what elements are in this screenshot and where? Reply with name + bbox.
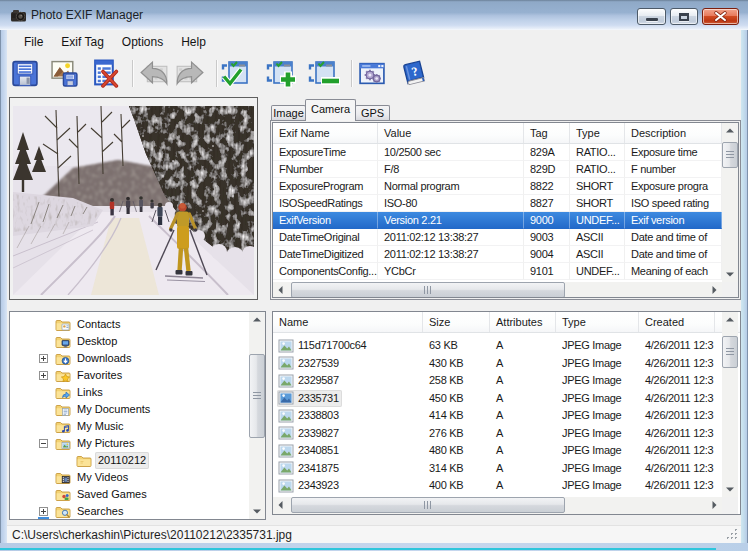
scroll-right-button[interactable] <box>706 497 722 513</box>
tree-item-favorites[interactable]: Favorites <box>10 367 248 384</box>
close-button[interactable] <box>702 8 739 25</box>
delete-exif-button[interactable] <box>90 59 120 88</box>
tree-item-links[interactable]: Links <box>10 384 248 401</box>
file-row-2339827[interactable]: 2339827276 KBAJPEG Image4/26/2011 12:3 <box>273 425 722 443</box>
tree-vertical-scrollbar[interactable] <box>249 312 265 519</box>
jpeg-file-icon <box>278 390 294 406</box>
column-header-attributes[interactable]: Attributes <box>490 312 556 332</box>
scroll-up-button[interactable] <box>722 312 738 328</box>
exif-cell: RATIO... <box>570 161 625 178</box>
exif-row-datetimeoriginal[interactable]: DateTimeOriginal2011:02:12 13:38:279003A… <box>273 229 722 246</box>
scrollbar-thumb[interactable] <box>291 282 565 298</box>
column-header-tag[interactable]: Tag <box>524 123 570 143</box>
scrollbar-thumb[interactable] <box>722 142 738 168</box>
file-vertical-scrollbar[interactable] <box>722 312 738 497</box>
verify-exif-button[interactable] <box>221 59 255 88</box>
file-table-header: NameSizeAttributesTypeCreated <box>273 312 740 333</box>
menu-item-file[interactable]: File <box>15 32 52 52</box>
scrollbar-thumb[interactable] <box>249 354 265 438</box>
next-button[interactable] <box>173 59 207 88</box>
down-arrow-icon <box>726 487 734 491</box>
scroll-down-button[interactable] <box>722 266 738 282</box>
minimize-button[interactable] <box>637 8 666 25</box>
scrollbar-thumb[interactable] <box>722 336 738 368</box>
maximize-button[interactable] <box>670 8 698 25</box>
column-header-value[interactable]: Value <box>378 123 524 143</box>
remove-exif-button[interactable] <box>308 59 342 88</box>
scroll-down-button[interactable] <box>249 503 265 519</box>
tree-item-my-videos[interactable]: My Videos <box>10 469 248 486</box>
resize-grip-icon[interactable] <box>726 528 739 541</box>
column-header-type[interactable]: Type <box>556 312 639 332</box>
file-row-2327539[interactable]: 2327539430 KBAJPEG Image4/26/2011 12:3 <box>273 355 722 373</box>
file-row-115d71700c64[interactable]: 115d71700c6463 KBAJPEG Image4/26/2011 12… <box>273 337 722 355</box>
tab-gps[interactable]: GPS <box>355 105 390 120</box>
exif-row-exposureprogram[interactable]: ExposureProgramNormal program8822SHORTEx… <box>273 178 722 195</box>
column-header-description[interactable]: Description <box>625 123 722 143</box>
exif-row-datetimedigitized[interactable]: DateTimeDigitized2011:02:12 13:38:279004… <box>273 246 722 263</box>
exif-row-exposuretime[interactable]: ExposureTime10/2500 sec829ARATIO...Expos… <box>273 144 722 161</box>
tab-camera[interactable]: Camera <box>305 99 356 121</box>
tree-item-my-documents[interactable]: My Documents <box>10 401 248 418</box>
tree-item-label: My Videos <box>74 469 131 486</box>
file-row-2341875[interactable]: 2341875314 KBAJPEG Image4/26/2011 12:3 <box>273 460 722 478</box>
column-header-name[interactable]: Name <box>273 312 423 332</box>
tree-item-label: Desktop <box>74 333 120 350</box>
tree-item-my-pictures[interactable]: My Pictures <box>10 435 248 452</box>
column-header-size[interactable]: Size <box>423 312 490 332</box>
file-horizontal-scrollbar[interactable] <box>273 497 722 514</box>
exif-row-fnumber[interactable]: FNumberF/8829DRATIO...F number <box>273 161 722 178</box>
music-folder-icon <box>55 419 71 435</box>
expand-icon[interactable] <box>39 371 48 380</box>
scroll-left-button[interactable] <box>273 282 289 298</box>
collapse-icon[interactable] <box>39 439 48 448</box>
file-row-2335731[interactable]: 2335731450 KBAJPEG Image4/26/2011 12:3 <box>273 390 722 408</box>
scroll-up-button[interactable] <box>722 123 738 139</box>
expand-icon[interactable] <box>39 507 48 516</box>
exif-row-isospeedratings[interactable]: ISOSpeedRatingsISO-808827SHORTISO speed … <box>273 195 722 212</box>
column-header-exif-name[interactable]: Exif Name <box>273 123 378 143</box>
tree-item-saved-games[interactable]: Saved Games <box>10 486 248 503</box>
tree-item-downloads[interactable]: Downloads <box>10 350 248 367</box>
column-header-type[interactable]: Type <box>570 123 625 143</box>
file-row-2340851[interactable]: 2340851480 KBAJPEG Image4/26/2011 12:3 <box>273 442 722 460</box>
exif-row-componentsconfig[interactable]: ComponentsConfig...YCbCr9101UNDEF...Mean… <box>273 263 722 280</box>
scroll-up-button[interactable] <box>249 312 265 328</box>
tree-item-label: My Documents <box>74 401 153 418</box>
help-button[interactable]: ? <box>398 59 428 88</box>
previous-button[interactable] <box>137 59 171 88</box>
tree-item-searches[interactable]: Searches <box>10 503 248 520</box>
scroll-left-button[interactable] <box>273 497 289 513</box>
exif-horizontal-scrollbar[interactable] <box>273 282 722 298</box>
options-button[interactable] <box>357 59 387 88</box>
tree-item-contacts[interactable]: Contacts <box>10 316 248 333</box>
folder-tree: Contacts Desktop Downloads Favorites Lin… <box>9 311 266 520</box>
add-exif-button[interactable] <box>266 59 300 88</box>
column-header-created[interactable]: Created <box>639 312 715 332</box>
tree-item-20110212[interactable]: 20110212 <box>10 452 248 469</box>
file-row-2329587[interactable]: 2329587258 KBAJPEG Image4/26/2011 12:3 <box>273 372 722 390</box>
file-row-2343923[interactable]: 2343923400 KBAJPEG Image4/26/2011 12:3 <box>273 477 722 495</box>
left-arrow-icon <box>279 501 283 509</box>
file-row-2338803[interactable]: 2338803414 KBAJPEG Image4/26/2011 12:3 <box>273 407 722 425</box>
exif-cell: F/8 <box>378 161 524 178</box>
exif-row-exifversion[interactable]: ExifVersionVersion 2.219000UNDEF...Exif … <box>273 212 722 229</box>
save-button[interactable] <box>10 59 40 88</box>
scrollbar-thumb[interactable] <box>291 497 565 513</box>
save-image-button[interactable] <box>50 59 80 88</box>
menu-item-help[interactable]: Help <box>172 32 215 52</box>
tree-item-my-music[interactable]: My Music <box>10 418 248 435</box>
file-cell-name: 2339827 <box>273 425 423 443</box>
scrollbar-corner <box>722 497 738 514</box>
camera-icon <box>10 7 27 24</box>
file-cell-name: 2343923 <box>273 477 423 495</box>
menu-item-exif-tag[interactable]: Exif Tag <box>52 32 112 52</box>
tree-item-desktop[interactable]: Desktop <box>10 333 248 350</box>
menu-item-options[interactable]: Options <box>113 32 172 52</box>
scroll-right-button[interactable] <box>706 282 722 298</box>
exif-vertical-scrollbar[interactable] <box>722 123 738 282</box>
scroll-down-button[interactable] <box>722 481 738 497</box>
expand-icon[interactable] <box>39 354 48 363</box>
file-cell-name: 2327539 <box>273 355 423 373</box>
tab-image[interactable]: Image <box>271 105 306 120</box>
